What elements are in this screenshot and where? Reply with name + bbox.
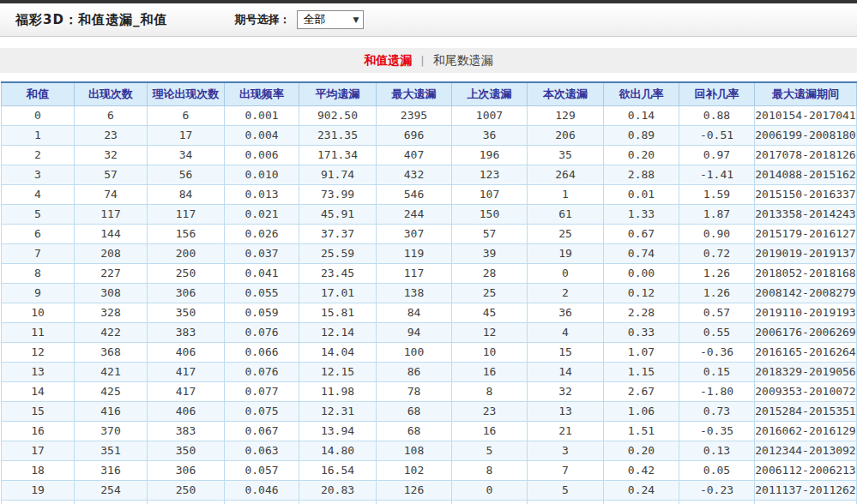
table-row: 183163060.05716.54102870.420.052006112-2…: [2, 460, 857, 480]
table-cell: 2.88: [604, 165, 679, 184]
table-cell: [528, 500, 604, 504]
table-cell: 16.54: [299, 460, 377, 480]
table-cell: 0.063: [225, 441, 299, 460]
table-cell: 406: [148, 342, 225, 362]
table-cell: -1.41: [679, 165, 755, 184]
table-row: 82272500.04123.451172800.001.262018052-2…: [2, 263, 857, 283]
table-cell: 250: [148, 263, 225, 283]
table-cell: 8: [2, 263, 75, 283]
table-cell: 0.13: [679, 441, 755, 460]
table-row: 114223830.07612.14941240.330.552006176-2…: [2, 322, 857, 342]
table-cell: 2018052-2018168: [755, 263, 857, 283]
table-cell: 25: [528, 224, 604, 243]
table-cell: 74: [75, 184, 148, 204]
table-row: 163703830.06713.946816211.51-0.352016062…: [2, 421, 857, 441]
table-cell: 9: [2, 283, 75, 303]
table-cell: 421: [75, 362, 148, 381]
table-row: 0660.001902.50239510071290.140.882010154…: [2, 105, 857, 125]
table-cell: 0.89: [604, 125, 679, 145]
table-cell: 264: [528, 165, 604, 184]
table-row: 103283500.05915.818445362.280.572019110-…: [2, 303, 857, 322]
table-cell: -0.23: [679, 480, 755, 500]
table-cell: 2014088-2015162: [755, 165, 857, 184]
column-header-4: 平均遗漏: [299, 82, 377, 105]
table-cell: 0.006: [225, 145, 299, 165]
table-row: 123170.004231.35696362060.89-0.512006199…: [2, 125, 857, 145]
table-cell: 1: [2, 125, 75, 145]
table-cell: 1.26: [679, 263, 755, 283]
table-cell: 78: [377, 381, 452, 401]
table-cell: 0.12: [604, 283, 679, 303]
title-panel: 福彩3D：和值遗漏_和值 期号选择： 全部 ▼: [0, 3, 857, 37]
tab-bar: 和值遗漏 | 和尾数遗漏: [0, 48, 857, 73]
table-cell: 12.15: [299, 362, 377, 381]
table-cell: 68: [377, 421, 452, 441]
table-cell: 15: [528, 342, 604, 362]
table-cell: 0.72: [679, 243, 755, 263]
chevron-down-icon: ▼: [353, 15, 359, 24]
table-cell: 1007: [452, 105, 528, 125]
table-cell: 5: [452, 441, 528, 460]
table-cell: 91.74: [299, 165, 377, 184]
table-cell: 417: [148, 381, 225, 401]
table-cell: 0: [528, 263, 604, 283]
table-cell: 0.74: [604, 243, 679, 263]
table-header-row: 和值出现次数理论出现次数出现频率平均遗漏最大遗漏上次遗漏本次遗漏欲出几率回补几率…: [2, 82, 857, 105]
table-cell: 14.04: [299, 342, 377, 362]
table-cell: 57: [75, 165, 148, 184]
table-row: 144254170.07711.98788322.67-1.802009353-…: [2, 381, 857, 401]
table-cell: 11.98: [299, 381, 377, 401]
table-cell: 150: [452, 204, 528, 224]
table-cell: 0.88: [679, 105, 755, 125]
table-row: 232340.006171.34407196350.200.972017078-…: [2, 145, 857, 165]
table-cell: 102: [377, 460, 452, 480]
table-cell: 2015284-2015351: [755, 401, 857, 421]
table-cell: 0.010: [225, 165, 299, 184]
table-cell: 126: [377, 480, 452, 500]
table-cell: 73.99: [299, 184, 377, 204]
table-cell: 1.51: [604, 421, 679, 441]
table-cell: 19: [2, 480, 75, 500]
table-cell: 432: [377, 165, 452, 184]
table-cell: 406: [148, 401, 225, 421]
table-cell: 0.076: [225, 322, 299, 342]
column-header-9: 回补几率: [679, 82, 755, 105]
table-cell: 351: [75, 441, 148, 460]
table-cell: 1.15: [604, 362, 679, 381]
table-row: 61441560.02637.3730757250.670.902015179-…: [2, 224, 857, 243]
table-cell: 350: [148, 441, 225, 460]
table-cell: 0.066: [225, 342, 299, 362]
table-cell: [2, 500, 75, 504]
table-cell: 117: [75, 204, 148, 224]
table-row: 192542500.04620.83126050.24-0.232011137-…: [2, 480, 857, 500]
period-select-dropdown[interactable]: 全部 ▼: [297, 10, 364, 29]
table-cell: 0.67: [604, 224, 679, 243]
tab-tail-omission[interactable]: 和尾数遗漏: [433, 53, 493, 69]
table-cell: 254: [75, 480, 148, 500]
table-cell: 45.91: [299, 204, 377, 224]
column-header-0: 和值: [2, 82, 75, 105]
table-cell: 32: [75, 145, 148, 165]
table-cell: 0.24: [604, 480, 679, 500]
table-cell: 13: [528, 401, 604, 421]
table-cell: 0.90: [679, 224, 755, 243]
table-row: 72082000.03725.5911939190.740.722019019-…: [2, 243, 857, 263]
table-cell: 17: [148, 125, 225, 145]
table-cell: 0.077: [225, 381, 299, 401]
table-cell: 0.14: [604, 105, 679, 125]
table-cell: 208: [75, 243, 148, 263]
column-header-8: 欲出几率: [604, 82, 679, 105]
tab-sum-omission[interactable]: 和值遗漏: [364, 53, 412, 69]
table-cell: 196: [452, 145, 528, 165]
table-cell: 12.14: [299, 322, 377, 342]
table-cell: 0.42: [604, 460, 679, 480]
table-cell: 156: [148, 224, 225, 243]
table-cell: 1.87: [679, 204, 755, 224]
table-cell: 0.55: [679, 322, 755, 342]
table-cell: 2: [528, 283, 604, 303]
table-cell: 6: [2, 224, 75, 243]
table-cell: [604, 500, 679, 504]
table-row: 474840.01373.9954610710.011.592015150-20…: [2, 184, 857, 204]
column-header-2: 理论出现次数: [148, 82, 225, 105]
table-cell: 8: [452, 381, 528, 401]
